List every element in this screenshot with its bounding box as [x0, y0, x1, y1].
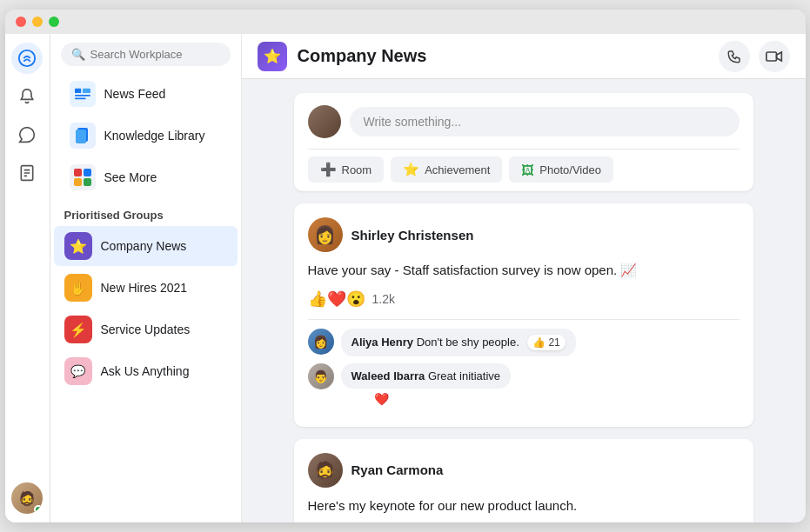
prioritised-groups-header: Prioritised Groups	[50, 198, 241, 225]
like-thumb-icon: 👍	[532, 336, 546, 349]
sidebar-item-see-more[interactable]: See More	[56, 157, 236, 197]
online-indicator	[34, 505, 43, 514]
svg-point-0	[19, 50, 35, 66]
user-avatar-rail[interactable]: 🧔	[11, 482, 43, 514]
sidebar-item-company-news[interactable]: ⭐ Company News	[54, 226, 238, 266]
chat-icon[interactable]	[11, 119, 43, 150]
comment-aliya-row: 👩 Aliya Henry Don't be shy people. 👍 21	[308, 329, 740, 356]
knowledge-library-label: Knowledge Library	[104, 129, 205, 143]
ryan-name: Ryan Carmona	[351, 462, 444, 477]
header-actions	[719, 41, 790, 72]
sidebar-item-knowledge-library[interactable]: Knowledge Library	[56, 116, 236, 156]
note-icon[interactable]	[11, 157, 43, 189]
room-button[interactable]: ➕ Room	[308, 156, 385, 183]
photo-video-icon: 🖼	[521, 163, 534, 177]
waleed-avatar: 👨	[308, 363, 334, 389]
sidebar-item-news-feed[interactable]: News Feed	[56, 74, 236, 114]
app-window: 🧔 🔍 News Feed	[5, 10, 806, 522]
page-title: Company News	[298, 46, 708, 66]
aliya-like-count: 👍 21	[527, 335, 565, 350]
ryan-avatar: 🧔	[308, 453, 343, 488]
main-content: Write something... ➕ Room ⭐ Achievement	[242, 79, 806, 522]
search-input[interactable]	[90, 48, 220, 61]
maximize-dot[interactable]	[49, 17, 59, 27]
close-dot[interactable]	[16, 17, 26, 27]
see-more-icon	[70, 164, 96, 190]
post-2-body: Here's my keynote for our new product la…	[308, 496, 740, 516]
aliya-comment-bubble: Aliya Henry Don't be shy people. 👍 21	[341, 329, 576, 356]
new-hires-group-icon: ✋	[64, 274, 92, 302]
svg-rect-15	[766, 52, 776, 61]
icon-rail: 🧔	[5, 34, 50, 522]
search-icon: 🔍	[71, 48, 85, 61]
waleed-comment-text: Great initiative	[428, 369, 500, 382]
search-box[interactable]: 🔍	[61, 43, 231, 66]
video-button[interactable]	[759, 41, 790, 72]
shirley-name: Shirley Christensen	[351, 228, 474, 243]
ask-us-anything-label: Ask Us Anything	[101, 364, 190, 378]
waleed-comment-bubble: Waleed Ibarra Great initiative	[341, 363, 512, 389]
main-header-group-icon: ⭐	[258, 42, 287, 71]
composer-divider	[308, 149, 740, 150]
svg-rect-11	[74, 169, 82, 176]
sidebar: 🔍 News Feed	[50, 34, 242, 522]
main-header: ⭐ Company News	[242, 34, 806, 79]
aliya-avatar: 👩	[308, 329, 334, 355]
post-composer: Write something... ➕ Room ⭐ Achievement	[294, 93, 753, 191]
company-news-label: Company News	[101, 239, 187, 253]
room-icon: ➕	[320, 162, 337, 177]
reaction-emojis: 👍❤️😮	[308, 289, 365, 309]
see-more-label: See More	[104, 170, 157, 184]
heart-emoji: ❤️	[374, 392, 512, 406]
news-feed-label: News Feed	[104, 87, 166, 101]
achievement-button[interactable]: ⭐ Achievement	[391, 156, 502, 183]
composer-input[interactable]: Write something...	[350, 107, 740, 136]
post-1-reactions: 👍❤️😮 1.2k	[308, 289, 740, 309]
svg-rect-14	[84, 178, 91, 186]
service-updates-label: Service Updates	[101, 323, 191, 336]
new-hires-label: New Hires 2021	[101, 281, 188, 295]
post-shirley: 👩 Shirley Christensen Have your say - St…	[294, 203, 753, 427]
titlebar	[5, 10, 806, 34]
app-body: 🧔 🔍 News Feed	[5, 34, 806, 522]
photo-video-button[interactable]: 🖼 Photo/Video	[509, 156, 613, 183]
aliya-comment-text: Don't be shy people.	[417, 336, 519, 349]
aliya-like-number: 21	[548, 336, 559, 349]
sidebar-item-new-hires[interactable]: ✋ New Hires 2021	[54, 268, 238, 308]
ryan-author-row: 🧔 Ryan Carmona	[308, 453, 740, 488]
comment-waleed-row: 👨 Waleed Ibarra Great initiative ❤️	[308, 363, 740, 406]
post-author-row: 👩 Shirley Christensen	[308, 217, 740, 252]
shirley-avatar: 👩	[308, 217, 343, 252]
composer-avatar	[308, 105, 341, 138]
composer-top: Write something...	[308, 105, 740, 138]
sidebar-item-service-updates[interactable]: ⚡ Service Updates	[54, 309, 238, 349]
post-ryan: 🧔 Ryan Carmona Here's my keynote for our…	[294, 439, 753, 523]
svg-rect-10	[76, 130, 86, 143]
svg-rect-13	[74, 178, 82, 186]
call-button[interactable]	[719, 41, 750, 72]
service-updates-group-icon: ⚡	[64, 316, 92, 343]
bell-icon[interactable]	[11, 81, 43, 112]
post-1-body: Have your say - Staff satisfaction surve…	[308, 261, 740, 281]
knowledge-library-icon	[70, 123, 96, 149]
photo-video-label: Photo/Video	[539, 163, 601, 176]
post-divider	[308, 319, 740, 320]
svg-rect-6	[75, 95, 90, 96]
svg-rect-5	[75, 89, 81, 93]
composer-actions: ➕ Room ⭐ Achievement 🖼 Photo/Video	[308, 156, 740, 183]
company-news-group-icon: ⭐	[64, 232, 92, 260]
reaction-count: 1.2k	[372, 292, 395, 306]
main-area: ⭐ Company News	[242, 34, 806, 522]
svg-rect-12	[84, 169, 91, 176]
news-feed-icon	[70, 81, 96, 107]
room-label: Room	[342, 163, 372, 176]
svg-rect-7	[75, 98, 86, 100]
ask-us-anything-group-icon: 💬	[64, 357, 92, 385]
sidebar-item-ask-us-anything[interactable]: 💬 Ask Us Anything	[54, 351, 238, 391]
home-icon[interactable]	[11, 43, 43, 74]
minimize-dot[interactable]	[32, 17, 43, 27]
waleed-name: Waleed Ibarra	[351, 369, 425, 382]
achievement-icon: ⭐	[403, 162, 419, 177]
achievement-label: Achievement	[425, 163, 490, 176]
aliya-name: Aliya Henry	[351, 336, 414, 349]
